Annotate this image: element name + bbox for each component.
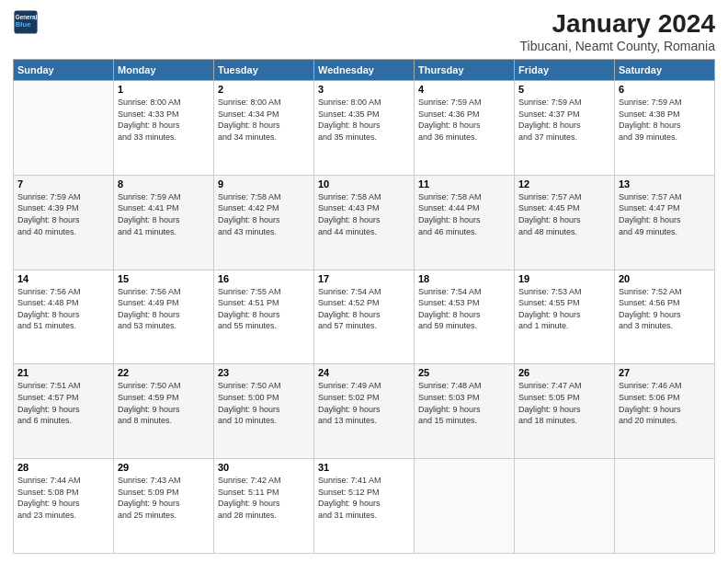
cell-info: Sunrise: 7:56 AM Sunset: 4:49 PM Dayligh… — [118, 286, 210, 332]
calendar-cell — [14, 81, 114, 176]
cell-info: Sunrise: 7:59 AM Sunset: 4:38 PM Dayligh… — [619, 97, 711, 143]
calendar-cell: 13Sunrise: 7:57 AM Sunset: 4:47 PM Dayli… — [615, 175, 715, 270]
cell-info: Sunrise: 7:58 AM Sunset: 4:43 PM Dayligh… — [318, 191, 410, 237]
cell-info: Sunrise: 7:59 AM Sunset: 4:36 PM Dayligh… — [418, 97, 510, 143]
day-number: 16 — [218, 273, 310, 284]
day-number: 26 — [518, 367, 610, 378]
calendar-cell: 7Sunrise: 7:59 AM Sunset: 4:39 PM Daylig… — [14, 175, 114, 270]
cell-info: Sunrise: 7:50 AM Sunset: 5:00 PM Dayligh… — [218, 380, 310, 426]
cell-info: Sunrise: 7:48 AM Sunset: 5:03 PM Dayligh… — [418, 380, 510, 426]
day-number: 19 — [518, 273, 610, 284]
calendar-cell: 24Sunrise: 7:49 AM Sunset: 5:02 PM Dayli… — [314, 364, 415, 459]
calendar-cell: 22Sunrise: 7:50 AM Sunset: 4:59 PM Dayli… — [114, 364, 214, 459]
page-title: January 2024 — [520, 9, 715, 39]
day-number: 29 — [118, 462, 210, 473]
calendar-cell: 20Sunrise: 7:52 AM Sunset: 4:56 PM Dayli… — [615, 270, 715, 364]
calendar-cell — [615, 459, 715, 554]
week-row-5: 28Sunrise: 7:44 AM Sunset: 5:08 PM Dayli… — [14, 459, 715, 554]
cell-info: Sunrise: 7:50 AM Sunset: 4:59 PM Dayligh… — [118, 380, 210, 426]
calendar-cell: 1Sunrise: 8:00 AM Sunset: 4:33 PM Daylig… — [114, 81, 214, 176]
cell-info: Sunrise: 7:55 AM Sunset: 4:51 PM Dayligh… — [218, 286, 310, 332]
cell-info: Sunrise: 8:00 AM Sunset: 4:35 PM Dayligh… — [318, 97, 410, 143]
calendar-cell — [515, 459, 615, 554]
calendar-cell: 5Sunrise: 7:59 AM Sunset: 4:37 PM Daylig… — [515, 81, 615, 176]
cell-info: Sunrise: 7:59 AM Sunset: 4:39 PM Dayligh… — [17, 191, 109, 237]
cell-info: Sunrise: 7:42 AM Sunset: 5:11 PM Dayligh… — [218, 475, 310, 521]
day-number: 13 — [619, 178, 711, 190]
calendar-cell: 18Sunrise: 7:54 AM Sunset: 4:53 PM Dayli… — [415, 270, 515, 364]
day-number: 14 — [17, 273, 109, 284]
cell-info: Sunrise: 7:59 AM Sunset: 4:37 PM Dayligh… — [518, 97, 610, 143]
day-number: 5 — [518, 84, 610, 95]
day-number: 15 — [118, 273, 210, 284]
page: General Blue January 2024 Tibucani, Neam… — [0, 0, 728, 563]
cell-info: Sunrise: 7:53 AM Sunset: 4:55 PM Dayligh… — [518, 286, 610, 332]
cell-info: Sunrise: 7:59 AM Sunset: 4:41 PM Dayligh… — [118, 191, 210, 237]
calendar-cell: 12Sunrise: 7:57 AM Sunset: 4:45 PM Dayli… — [515, 175, 615, 270]
day-number: 23 — [218, 367, 310, 378]
cell-info: Sunrise: 7:56 AM Sunset: 4:48 PM Dayligh… — [17, 286, 109, 332]
cell-info: Sunrise: 7:51 AM Sunset: 4:57 PM Dayligh… — [17, 380, 109, 426]
day-number: 22 — [118, 367, 210, 378]
calendar-cell: 3Sunrise: 8:00 AM Sunset: 4:35 PM Daylig… — [314, 81, 415, 176]
calendar-cell: 2Sunrise: 8:00 AM Sunset: 4:34 PM Daylig… — [214, 81, 314, 176]
cell-info: Sunrise: 7:47 AM Sunset: 5:05 PM Dayligh… — [518, 380, 610, 426]
logo-icon: General Blue — [13, 9, 39, 35]
header-monday: Monday — [114, 60, 214, 81]
day-number: 21 — [17, 367, 109, 378]
calendar-cell: 4Sunrise: 7:59 AM Sunset: 4:36 PM Daylig… — [415, 81, 515, 176]
calendar-cell: 15Sunrise: 7:56 AM Sunset: 4:49 PM Dayli… — [114, 270, 214, 364]
cell-info: Sunrise: 7:57 AM Sunset: 4:45 PM Dayligh… — [518, 191, 610, 237]
calendar-cell: 16Sunrise: 7:55 AM Sunset: 4:51 PM Dayli… — [214, 270, 314, 364]
week-row-2: 7Sunrise: 7:59 AM Sunset: 4:39 PM Daylig… — [14, 175, 715, 270]
day-number: 20 — [619, 273, 711, 284]
day-number: 4 — [418, 84, 510, 95]
day-number: 31 — [318, 462, 410, 473]
cell-info: Sunrise: 8:00 AM Sunset: 4:33 PM Dayligh… — [118, 97, 210, 143]
day-number: 2 — [218, 84, 310, 95]
calendar-cell — [415, 459, 515, 554]
day-number: 7 — [17, 178, 109, 190]
calendar-cell: 28Sunrise: 7:44 AM Sunset: 5:08 PM Dayli… — [14, 459, 114, 554]
day-number: 17 — [318, 273, 410, 284]
calendar-cell: 23Sunrise: 7:50 AM Sunset: 5:00 PM Dayli… — [214, 364, 314, 459]
header: General Blue January 2024 Tibucani, Neam… — [13, 9, 715, 53]
week-row-3: 14Sunrise: 7:56 AM Sunset: 4:48 PM Dayli… — [14, 270, 715, 364]
calendar-cell: 30Sunrise: 7:42 AM Sunset: 5:11 PM Dayli… — [214, 459, 314, 554]
day-number: 28 — [17, 462, 109, 473]
day-number: 24 — [318, 367, 410, 378]
cell-info: Sunrise: 7:41 AM Sunset: 5:12 PM Dayligh… — [318, 475, 410, 521]
calendar-cell: 27Sunrise: 7:46 AM Sunset: 5:06 PM Dayli… — [615, 364, 715, 459]
cell-info: Sunrise: 7:44 AM Sunset: 5:08 PM Dayligh… — [17, 475, 109, 521]
calendar-header-row: SundayMondayTuesdayWednesdayThursdayFrid… — [14, 60, 715, 81]
week-row-1: 1Sunrise: 8:00 AM Sunset: 4:33 PM Daylig… — [14, 81, 715, 176]
cell-info: Sunrise: 7:57 AM Sunset: 4:47 PM Dayligh… — [619, 191, 711, 237]
calendar-cell: 31Sunrise: 7:41 AM Sunset: 5:12 PM Dayli… — [314, 459, 415, 554]
svg-text:Blue: Blue — [16, 20, 31, 29]
header-sunday: Sunday — [14, 60, 114, 81]
calendar-cell: 21Sunrise: 7:51 AM Sunset: 4:57 PM Dayli… — [14, 364, 114, 459]
header-thursday: Thursday — [415, 60, 515, 81]
day-number: 11 — [418, 178, 510, 190]
header-friday: Friday — [515, 60, 615, 81]
cell-info: Sunrise: 7:54 AM Sunset: 4:52 PM Dayligh… — [318, 286, 410, 332]
day-number: 6 — [619, 84, 711, 95]
calendar-cell: 29Sunrise: 7:43 AM Sunset: 5:09 PM Dayli… — [114, 459, 214, 554]
page-subtitle: Tibucani, Neamt County, Romania — [520, 39, 715, 53]
calendar-cell: 26Sunrise: 7:47 AM Sunset: 5:05 PM Dayli… — [515, 364, 615, 459]
logo: General Blue — [13, 9, 39, 35]
title-block: January 2024 Tibucani, Neamt County, Rom… — [520, 9, 715, 53]
cell-info: Sunrise: 8:00 AM Sunset: 4:34 PM Dayligh… — [218, 97, 310, 143]
calendar-cell: 19Sunrise: 7:53 AM Sunset: 4:55 PM Dayli… — [515, 270, 615, 364]
day-number: 10 — [318, 178, 410, 190]
calendar-cell: 25Sunrise: 7:48 AM Sunset: 5:03 PM Dayli… — [415, 364, 515, 459]
calendar-cell: 6Sunrise: 7:59 AM Sunset: 4:38 PM Daylig… — [615, 81, 715, 176]
calendar-cell: 9Sunrise: 7:58 AM Sunset: 4:42 PM Daylig… — [214, 175, 314, 270]
cell-info: Sunrise: 7:54 AM Sunset: 4:53 PM Dayligh… — [418, 286, 510, 332]
calendar-cell: 17Sunrise: 7:54 AM Sunset: 4:52 PM Dayli… — [314, 270, 415, 364]
calendar-cell: 10Sunrise: 7:58 AM Sunset: 4:43 PM Dayli… — [314, 175, 415, 270]
cell-info: Sunrise: 7:49 AM Sunset: 5:02 PM Dayligh… — [318, 380, 410, 426]
day-number: 3 — [318, 84, 410, 95]
cell-info: Sunrise: 7:58 AM Sunset: 4:42 PM Dayligh… — [218, 191, 310, 237]
day-number: 1 — [118, 84, 210, 95]
